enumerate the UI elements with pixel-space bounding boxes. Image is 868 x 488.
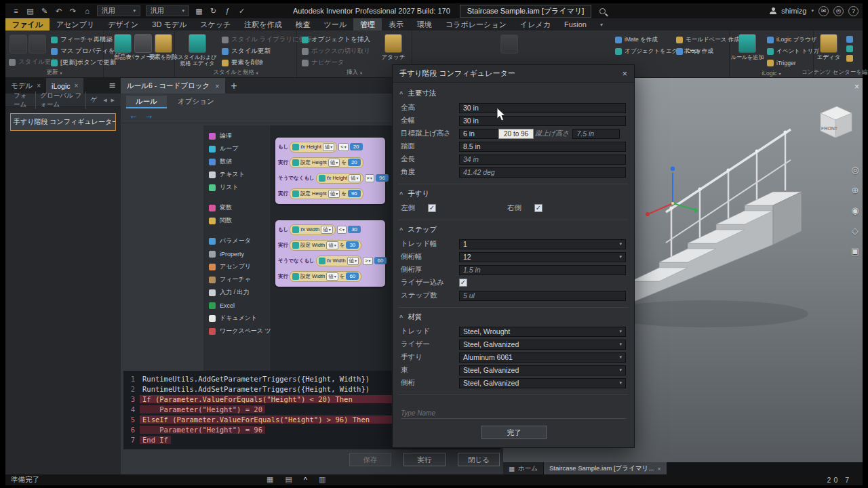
set-pill[interactable]: 設定 Height 値▾ を 20 bbox=[290, 157, 363, 168]
number-block[interactable]: 30 bbox=[346, 241, 359, 249]
box-crop-button[interactable]: ボックスの切り取り bbox=[300, 45, 372, 57]
value-select[interactable]: 値▾ bbox=[347, 257, 359, 265]
document-tab-staircase[interactable]: Staircase Sample.iam [プライマリ... × bbox=[544, 462, 667, 474]
orbit-icon[interactable]: ◇ bbox=[851, 226, 859, 236]
operator-select[interactable]: <▾ bbox=[338, 143, 348, 151]
view-cube[interactable]: FRONT bbox=[821, 106, 852, 138]
if-block-width[interactable]: もし fx Width 値▾ <▾ 30 実行 設定 Width bbox=[275, 220, 385, 287]
toolbox-assembly[interactable]: アセンブリ bbox=[203, 260, 271, 273]
set-pill[interactable]: 設定 Width 値▾ を 30 bbox=[290, 240, 361, 251]
number-block[interactable]: 60 bbox=[374, 257, 387, 264]
ilogic-browser-button[interactable]: iLogic ブラウザ bbox=[765, 34, 821, 45]
content-icon-1[interactable] bbox=[846, 36, 853, 43]
show-hidden-icons-chevron[interactable]: ^ bbox=[304, 476, 307, 484]
assembly-author-icon[interactable] bbox=[500, 35, 518, 54]
number-block[interactable]: 60 bbox=[346, 272, 359, 280]
undo-icon[interactable]: ↶ bbox=[52, 5, 65, 16]
tab-fusion[interactable]: Fusion bbox=[557, 18, 593, 30]
tab-rule[interactable]: ルール bbox=[126, 96, 167, 108]
operator-select[interactable]: <▾ bbox=[337, 226, 347, 234]
taskbar-app-icon[interactable]: ▥ bbox=[319, 475, 326, 484]
tab-annotate[interactable]: 注釈を作成 bbox=[237, 18, 288, 30]
tab-collaborate[interactable]: コラボレーション bbox=[439, 18, 513, 30]
event-trigger-button[interactable]: イベント トリガ bbox=[765, 45, 821, 57]
content-icon-2[interactable] bbox=[846, 45, 853, 52]
tread-width-select[interactable]: 1▾ bbox=[459, 239, 626, 249]
section-header[interactable]: ^ 手すり bbox=[399, 189, 627, 199]
param-pill[interactable]: fx Height 値▾ bbox=[316, 173, 363, 184]
rebuild-all-icon[interactable] bbox=[28, 35, 46, 54]
param-pill[interactable]: fx Width 値▾ bbox=[316, 256, 361, 266]
home-icon[interactable]: ⌂ bbox=[81, 5, 94, 16]
scroll-right-icon[interactable]: ▶ bbox=[109, 98, 117, 103]
value-select[interactable]: 値▾ bbox=[328, 159, 340, 167]
close-icon[interactable]: × bbox=[622, 68, 627, 79]
styles-editor-button[interactable]: スタイルおよび規格 エディタ bbox=[178, 34, 217, 66]
save-icon[interactable]: ✎ bbox=[38, 5, 51, 16]
zoom-icon[interactable]: ◉ bbox=[851, 205, 859, 216]
left-side-checkbox[interactable]: ✓ bbox=[428, 204, 436, 212]
include-risers-checkbox[interactable]: ✓ bbox=[459, 279, 467, 287]
form-filter-more[interactable]: ゲ bbox=[86, 96, 101, 104]
messages-icon[interactable]: ✉ bbox=[818, 6, 829, 16]
help-icon[interactable]: ? bbox=[848, 6, 859, 16]
set-pill[interactable]: 設定 Width 値▾ を 60 bbox=[290, 271, 361, 282]
riser-material-select[interactable]: Steel, Galvanized▾ bbox=[459, 340, 626, 350]
number-block[interactable]: 96 bbox=[376, 174, 389, 182]
content-center-editor-button[interactable]: エディタ bbox=[816, 34, 841, 61]
value-select[interactable]: 値▾ bbox=[321, 226, 333, 234]
close-icon[interactable]: × bbox=[657, 465, 661, 472]
update-icon[interactable]: ↻ bbox=[207, 5, 220, 16]
set-pill[interactable]: 設定 Height 値▾ を 96 bbox=[290, 188, 363, 199]
toolbox-number[interactable]: 数値 bbox=[203, 155, 271, 168]
handrail-material-select[interactable]: Aluminum 6061▾ bbox=[459, 352, 626, 363]
section-header[interactable]: ^ 主要寸法 bbox=[399, 89, 627, 98]
total-height-input[interactable]: 30 in bbox=[459, 103, 626, 113]
section-header[interactable]: ^ 材質 bbox=[399, 312, 627, 322]
navigation-wheel-icon[interactable]: ◎ bbox=[851, 165, 859, 175]
tab-electromechanical[interactable]: イレメカ bbox=[513, 18, 557, 30]
taskbar-app-icon[interactable]: ▦ bbox=[267, 475, 273, 484]
new-file-icon[interactable]: ▤ bbox=[24, 5, 37, 16]
tab-tools[interactable]: ツール bbox=[317, 18, 354, 30]
close-icon[interactable]: × bbox=[854, 82, 859, 92]
close-icon[interactable]: × bbox=[215, 82, 219, 90]
measure-icon[interactable]: ✓ bbox=[235, 5, 248, 16]
right-side-checkbox[interactable]: ✓ bbox=[534, 204, 542, 212]
done-button[interactable]: 完了 bbox=[481, 426, 547, 439]
tab-sketch[interactable]: スケッチ bbox=[193, 18, 237, 30]
param-pill[interactable]: fx Width 値▾ bbox=[290, 224, 335, 235]
param-pill[interactable]: fx Height 値▾ bbox=[290, 142, 337, 152]
home-tab[interactable]: ▦ ホーム bbox=[503, 462, 544, 474]
run-button[interactable]: 実行 bbox=[403, 453, 446, 466]
collapse-icon[interactable]: ^ bbox=[399, 190, 403, 197]
tab-file[interactable]: ファイル bbox=[5, 18, 50, 30]
close-button[interactable]: 閉じる bbox=[458, 453, 500, 466]
value-select[interactable]: 値▾ bbox=[328, 190, 340, 198]
redo-icon[interactable]: ↷ bbox=[66, 5, 79, 16]
ribbon-options-caret[interactable]: ▾ bbox=[593, 18, 610, 30]
toolbox-variables[interactable]: 変数 bbox=[203, 201, 271, 214]
tab-design[interactable]: デザイン bbox=[101, 18, 145, 30]
tab-view[interactable]: 表示 bbox=[382, 18, 410, 30]
tread-depth-input[interactable]: 8.5 in bbox=[459, 142, 626, 152]
form-filter-forms[interactable]: フォーム bbox=[9, 92, 36, 109]
attach-button[interactable]: アタッチ bbox=[376, 34, 411, 61]
user-name[interactable]: shimizg bbox=[781, 7, 806, 15]
browser-menu-icon[interactable]: ≡ bbox=[104, 78, 121, 94]
tab-3d-model[interactable]: 3D モデル bbox=[145, 18, 193, 30]
look-at-icon[interactable]: ▣ bbox=[851, 246, 859, 256]
value-select[interactable]: 値▾ bbox=[323, 143, 335, 151]
stringer-material-select[interactable]: Steel, Galvanized▾ bbox=[459, 378, 626, 388]
number-block[interactable]: 30 bbox=[348, 226, 361, 233]
number-block[interactable]: 20 bbox=[350, 143, 363, 150]
navigator-button[interactable]: ナビゲータ bbox=[300, 57, 372, 68]
insert-object-button[interactable]: オブジェクトを挿入 bbox=[300, 34, 372, 45]
block-handle-icon[interactable] bbox=[292, 273, 299, 280]
section-header[interactable]: ^ ステップ bbox=[399, 225, 627, 235]
collapse-icon[interactable]: ^ bbox=[399, 90, 403, 97]
toolbox-iproperty[interactable]: iProperty bbox=[203, 247, 271, 260]
baluster-material-select[interactable]: Steel, Galvanized▾ bbox=[459, 365, 626, 375]
value-select[interactable]: 値▾ bbox=[326, 241, 338, 249]
toolbox-parameters[interactable]: パラメータ bbox=[203, 235, 271, 247]
